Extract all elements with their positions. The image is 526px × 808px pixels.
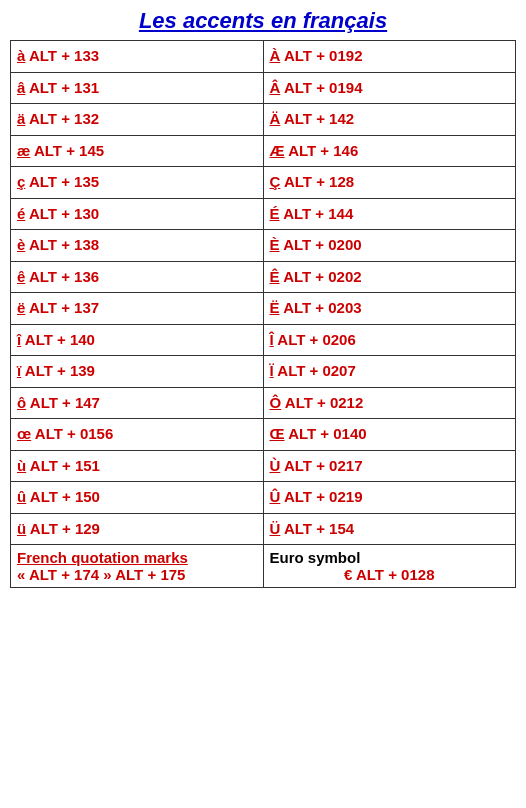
accent-char: Ç xyxy=(270,173,281,190)
page-title: Les accents en français xyxy=(10,8,516,34)
accent-char: æ xyxy=(17,142,30,159)
accent-char: é xyxy=(17,205,25,222)
table-row: ü ALT + 129Ü ALT + 154 xyxy=(11,513,516,545)
accent-cell: Ô ALT + 0212 xyxy=(263,387,516,419)
french-marks-label: French quotation marks xyxy=(17,549,188,566)
accent-cell: â ALT + 131 xyxy=(11,72,264,104)
accent-cell: œ ALT + 0156 xyxy=(11,419,264,451)
table-row: œ ALT + 0156Œ ALT + 0140 xyxy=(11,419,516,451)
alt-code: ALT + 135 xyxy=(29,173,99,190)
french-marks-content: « ALT + 174 » ALT + 175 xyxy=(17,566,185,583)
alt-code: ALT + 154 xyxy=(284,520,354,537)
accent-char: É xyxy=(270,205,280,222)
accent-entry: Ç ALT + 128 xyxy=(270,171,510,194)
accent-entry: ê ALT + 136 xyxy=(17,266,257,289)
accent-char: ç xyxy=(17,173,25,190)
accent-cell: Ü ALT + 154 xyxy=(263,513,516,545)
accent-entry: ü ALT + 129 xyxy=(17,518,257,541)
alt-code: ALT + 131 xyxy=(29,79,99,96)
accent-entry: ç ALT + 135 xyxy=(17,171,257,194)
accent-char: Ë xyxy=(270,299,280,316)
accent-cell: ï ALT + 139 xyxy=(11,356,264,388)
accent-cell: ü ALT + 129 xyxy=(11,513,264,545)
alt-code: ALT + 147 xyxy=(30,394,100,411)
accent-entry: È ALT + 0200 xyxy=(270,234,510,257)
accent-char: Â xyxy=(270,79,281,96)
accent-cell: È ALT + 0200 xyxy=(263,230,516,262)
alt-code: ALT + 0156 xyxy=(35,425,114,442)
accent-cell: Œ ALT + 0140 xyxy=(263,419,516,451)
alt-code: ALT + 130 xyxy=(29,205,99,222)
accent-entry: Û ALT + 0219 xyxy=(270,486,510,509)
accent-char: È xyxy=(270,236,280,253)
accent-entry: ë ALT + 137 xyxy=(17,297,257,320)
alt-code: ALT + 0202 xyxy=(283,268,362,285)
accent-cell: ç ALT + 135 xyxy=(11,167,264,199)
accent-cell: è ALT + 138 xyxy=(11,230,264,262)
accent-entry: Â ALT + 0194 xyxy=(270,77,510,100)
table-row: ï ALT + 139Ï ALT + 0207 xyxy=(11,356,516,388)
accent-entry: Æ ALT + 146 xyxy=(270,140,510,163)
accent-entry: Ù ALT + 0217 xyxy=(270,455,510,478)
accent-entry: Œ ALT + 0140 xyxy=(270,423,510,446)
alt-code: ALT + 0206 xyxy=(277,331,356,348)
accent-entry: œ ALT + 0156 xyxy=(17,423,257,446)
alt-code: ALT + 0203 xyxy=(283,299,362,316)
alt-code: ALT + 0207 xyxy=(277,362,356,379)
accent-char: Æ xyxy=(270,142,285,159)
table-row: ç ALT + 135Ç ALT + 128 xyxy=(11,167,516,199)
accent-entry: è ALT + 138 xyxy=(17,234,257,257)
accent-entry: î ALT + 140 xyxy=(17,329,257,352)
accent-char: ù xyxy=(17,457,26,474)
accent-entry: Ë ALT + 0203 xyxy=(270,297,510,320)
accent-cell: ô ALT + 147 xyxy=(11,387,264,419)
accent-entry: ï ALT + 139 xyxy=(17,360,257,383)
table-row: ù ALT + 151Ù ALT + 0217 xyxy=(11,450,516,482)
accent-cell: Ê ALT + 0202 xyxy=(263,261,516,293)
accents-table: à ALT + 133À ALT + 0192â ALT + 131Â ALT … xyxy=(10,40,516,588)
alt-code: ALT + 0217 xyxy=(284,457,363,474)
alt-code: ALT + 139 xyxy=(25,362,95,379)
alt-code: ALT + 129 xyxy=(30,520,100,537)
accent-cell: Ë ALT + 0203 xyxy=(263,293,516,325)
accent-entry: ô ALT + 147 xyxy=(17,392,257,415)
alt-code: ALT + 138 xyxy=(29,236,99,253)
accent-entry: â ALT + 131 xyxy=(17,77,257,100)
alt-code: ALT + 136 xyxy=(29,268,99,285)
french-marks-cell: French quotation marks« ALT + 174 » ALT … xyxy=(11,545,264,588)
table-row: é ALT + 130É ALT + 144 xyxy=(11,198,516,230)
accent-cell: ê ALT + 136 xyxy=(11,261,264,293)
accent-cell: é ALT + 130 xyxy=(11,198,264,230)
accent-entry: æ ALT + 145 xyxy=(17,140,257,163)
alt-code: ALT + 0194 xyxy=(284,79,363,96)
accent-cell: Û ALT + 0219 xyxy=(263,482,516,514)
accent-char: ï xyxy=(17,362,21,379)
accent-entry: à ALT + 133 xyxy=(17,45,257,68)
accent-cell: Ï ALT + 0207 xyxy=(263,356,516,388)
alt-code: ALT + 142 xyxy=(284,110,354,127)
accent-char: Ô xyxy=(270,394,282,411)
alt-code: ALT + 133 xyxy=(29,47,99,64)
table-row: â ALT + 131Â ALT + 0194 xyxy=(11,72,516,104)
accent-cell: û ALT + 150 xyxy=(11,482,264,514)
accent-entry: Ü ALT + 154 xyxy=(270,518,510,541)
accent-entry: ù ALT + 151 xyxy=(17,455,257,478)
accent-cell: ë ALT + 137 xyxy=(11,293,264,325)
alt-code: ALT + 144 xyxy=(283,205,353,222)
accent-cell: Ù ALT + 0217 xyxy=(263,450,516,482)
footer-row: French quotation marks« ALT + 174 » ALT … xyxy=(11,545,516,588)
euro-label: Euro symbol xyxy=(270,549,361,566)
accent-char: Ê xyxy=(270,268,280,285)
accent-char: ü xyxy=(17,520,26,537)
alt-code: ALT + 137 xyxy=(29,299,99,316)
accent-char: à xyxy=(17,47,25,64)
accent-cell: Ä ALT + 142 xyxy=(263,104,516,136)
accent-char: â xyxy=(17,79,25,96)
alt-code: ALT + 0140 xyxy=(288,425,367,442)
accent-cell: æ ALT + 145 xyxy=(11,135,264,167)
accent-char: ä xyxy=(17,110,25,127)
alt-code: ALT + 0219 xyxy=(284,488,363,505)
accent-cell: À ALT + 0192 xyxy=(263,41,516,73)
euro-content: € ALT + 0128 xyxy=(270,566,510,583)
accent-cell: Î ALT + 0206 xyxy=(263,324,516,356)
